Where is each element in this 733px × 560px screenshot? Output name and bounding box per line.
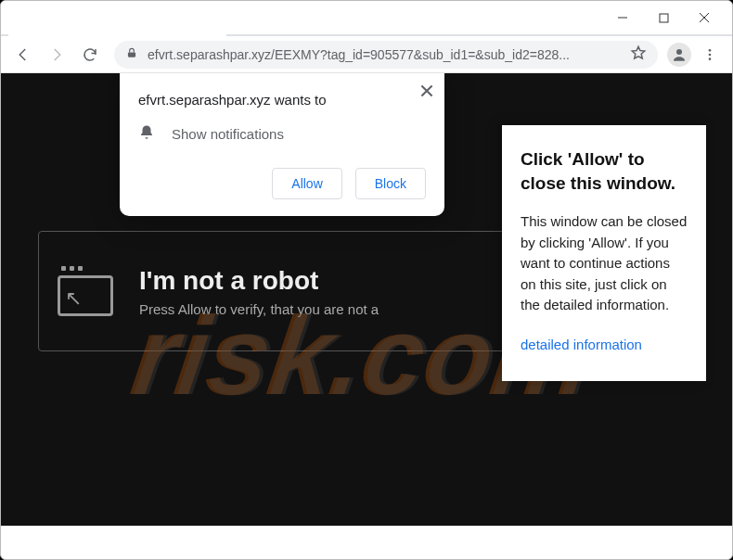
maximize-button[interactable] (643, 4, 684, 32)
profile-avatar[interactable] (667, 43, 691, 67)
lock-icon (125, 46, 138, 63)
robot-heading: I'm not a robot (139, 266, 379, 296)
svg-rect-4 (128, 52, 135, 57)
page-content: nfirm ↖ I'm not a robot Press Allow to v… (1, 73, 732, 526)
forward-button[interactable] (42, 40, 71, 70)
new-tab-button[interactable] (236, 10, 262, 36)
detailed-information-link[interactable]: detailed information (521, 337, 642, 352)
bookmark-icon[interactable] (630, 45, 647, 65)
panel-body: This window can be closed by clicking 'A… (521, 211, 688, 316)
url-text: efvrt.separashpar.xyz/EEXMY?tag_id=90557… (148, 47, 621, 62)
svg-point-6 (709, 49, 712, 52)
minimize-button[interactable] (602, 4, 643, 32)
browser-window-icon: ↖ (58, 266, 117, 316)
allow-button[interactable]: Allow (272, 168, 341, 199)
svg-point-7 (709, 53, 712, 56)
info-panel: Click 'Allow' to close this window. This… (502, 125, 706, 381)
panel-heading: Click 'Allow' to close this window. (521, 147, 688, 195)
permission-label: Show notifications (172, 126, 284, 142)
browser-toolbar: efvrt.separashpar.xyz/EEXMY?tag_id=90557… (1, 36, 732, 73)
block-button[interactable]: Block (355, 168, 426, 199)
tab-title: https://efvrt.separashpar.xyz/EEX (40, 14, 195, 27)
permission-site-line: efvrt.separashpar.xyz wants to (138, 92, 426, 108)
bell-icon (138, 124, 155, 144)
close-tab-icon[interactable] (202, 13, 217, 28)
browser-tab[interactable]: https://efvrt.separashpar.xyz/EEX (8, 5, 226, 36)
back-button[interactable] (8, 40, 38, 70)
browser-window: https://efvrt.separashpar.xyz/EEX (0, 0, 733, 560)
globe-icon (18, 13, 32, 28)
reload-button[interactable] (75, 40, 105, 70)
svg-rect-3 (660, 14, 668, 22)
robot-subtext: Press Allow to verify, that you are not … (139, 301, 379, 317)
close-window-button[interactable] (684, 4, 725, 32)
svg-point-5 (676, 49, 682, 55)
kebab-menu-icon[interactable] (695, 40, 725, 70)
svg-point-8 (709, 57, 712, 60)
address-bar[interactable]: efvrt.separashpar.xyz/EEXMY?tag_id=90557… (114, 41, 658, 69)
close-icon[interactable] (420, 84, 433, 101)
notification-permission-dialog: efvrt.separashpar.xyz wants to Show noti… (120, 73, 444, 216)
